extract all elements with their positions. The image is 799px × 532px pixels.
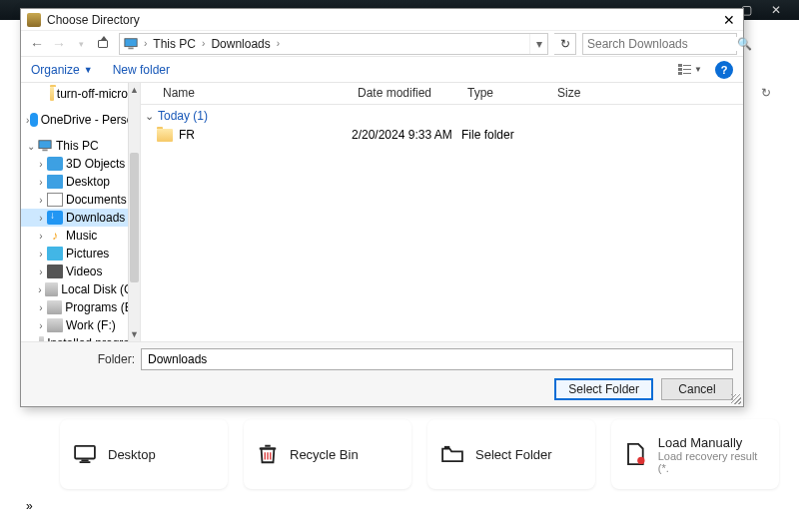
tree-item-label: Downloads: [66, 211, 125, 225]
expand-sidebar-icon[interactable]: »: [26, 499, 33, 513]
svg-rect-10: [683, 65, 691, 66]
column-type[interactable]: Type: [461, 83, 551, 104]
drive-icon: [45, 282, 58, 296]
card-load-manually-sub: Load recovery result (*.: [658, 450, 765, 474]
resize-grip[interactable]: [731, 394, 741, 404]
tree-item-music[interactable]: ›♪Music: [21, 227, 140, 245]
tree-item-downloads[interactable]: ›Downloads: [21, 209, 140, 227]
dialog-title: Choose Directory: [47, 13, 715, 27]
new-folder-button[interactable]: New folder: [113, 63, 170, 77]
column-size[interactable]: Size: [551, 83, 611, 104]
tree-scrollbar[interactable]: ▲ ▼: [128, 83, 140, 341]
chevron-down-icon: ▼: [84, 65, 93, 75]
tree-item-pictures[interactable]: ›Pictures: [21, 245, 140, 263]
svg-rect-12: [683, 73, 691, 74]
desktop-icon: [74, 445, 96, 463]
videos-icon: [47, 265, 63, 278]
card-desktop-label: Desktop: [108, 447, 156, 462]
svg-rect-7: [678, 64, 682, 67]
svg-rect-8: [678, 68, 682, 71]
svg-rect-14: [42, 150, 47, 152]
tree-item-3d-objects[interactable]: ›3D Objects: [21, 155, 140, 173]
chevron-right-icon[interactable]: ›: [200, 38, 207, 49]
tree-item-label: This PC: [56, 139, 99, 153]
tree-item-this-pc[interactable]: ⌄This PC: [21, 137, 140, 155]
scroll-up-button[interactable]: ▲: [129, 83, 140, 97]
group-label: Today (1): [158, 109, 208, 123]
view-options-button[interactable]: ▼: [675, 60, 705, 80]
list-view-icon: [678, 64, 692, 76]
drive-icon: [47, 318, 63, 332]
dialog-close-button[interactable]: ✕: [715, 12, 743, 28]
chevron-right-icon[interactable]: ›: [275, 38, 282, 49]
file-row[interactable]: FR 2/20/2024 9:33 AM File folder: [141, 125, 743, 145]
desktop-icon: [47, 175, 63, 189]
tree-item-label: Work (F:): [66, 318, 116, 332]
nav-recent-dropdown[interactable]: ▾: [71, 34, 91, 54]
card-recycle-label: Recycle Bin: [290, 447, 359, 462]
tree-item-label: 3D Objects: [66, 157, 125, 171]
column-date[interactable]: Date modified: [352, 83, 461, 104]
chevron-right-icon[interactable]: ›: [142, 38, 149, 49]
drive-icon: [39, 336, 44, 341]
drive-icon: [47, 300, 63, 314]
svg-rect-5: [125, 38, 137, 46]
pictures-icon: [47, 247, 63, 261]
card-select-folder-label: Select Folder: [475, 447, 552, 462]
file-list: Name Date modified Type Size ⌄ Today (1)…: [141, 83, 743, 341]
column-name[interactable]: Name: [157, 83, 352, 104]
breadcrumb-this-pc[interactable]: This PC: [149, 37, 200, 51]
dialog-navbar: ← → ▾ › This PC › Downloads › ▾ ↻ 🔍: [21, 31, 743, 57]
file-date: 2/20/2024 9:33 AM: [352, 128, 461, 142]
tree-item-programs-e[interactable]: ›Programs (E:): [21, 298, 140, 316]
breadcrumb-downloads[interactable]: Downloads: [207, 37, 274, 51]
objects-icon: [47, 157, 63, 171]
dialog-app-icon: [27, 13, 41, 27]
search-input[interactable]: [587, 37, 737, 51]
folder-open-icon: [441, 445, 463, 463]
svg-rect-9: [678, 72, 682, 75]
address-history-dropdown[interactable]: ▾: [529, 34, 547, 54]
tree-item-local-disk-c[interactable]: ›Local Disk (C:): [21, 280, 140, 298]
tree-item-label: Music: [66, 229, 97, 243]
organize-menu[interactable]: Organize ▼: [31, 63, 93, 77]
group-today[interactable]: ⌄ Today (1): [141, 105, 743, 125]
app-close-button[interactable]: ✕: [761, 3, 791, 17]
search-box[interactable]: 🔍: [582, 33, 737, 55]
file-list-header: Name Date modified Type Size: [141, 83, 743, 105]
tree-item[interactable]: turn-off-microsc: [21, 85, 140, 103]
card-load-manually-label: Load Manually: [658, 435, 765, 450]
tree-item-label: Pictures: [66, 247, 109, 261]
folder-icon: [157, 129, 173, 142]
select-folder-button[interactable]: Select Folder: [554, 378, 653, 400]
card-desktop[interactable]: Desktop: [60, 419, 228, 489]
card-recycle-bin[interactable]: Recycle Bin: [244, 419, 411, 489]
dialog-titlebar: Choose Directory ✕: [21, 9, 743, 31]
tree-item-desktop[interactable]: ›Desktop: [21, 173, 140, 191]
tree-item-documents[interactable]: ›Documents: [21, 191, 140, 209]
help-button[interactable]: ?: [715, 61, 733, 79]
nav-up-button[interactable]: [93, 34, 113, 54]
cancel-button[interactable]: Cancel: [661, 378, 733, 400]
tree-item-label: Documents: [66, 193, 127, 207]
page-refresh-icon[interactable]: ↻: [761, 86, 771, 100]
svg-rect-0: [75, 446, 95, 459]
tree-item-work-f[interactable]: ›Work (F:): [21, 316, 140, 334]
folder-name-input[interactable]: [141, 348, 733, 370]
address-bar[interactable]: › This PC › Downloads › ▾: [119, 33, 548, 55]
nav-back-button[interactable]: ←: [27, 34, 47, 54]
tree-item-label: OneDrive - Person: [41, 113, 140, 127]
address-refresh-button[interactable]: ↻: [554, 33, 576, 55]
scroll-down-button[interactable]: ▼: [129, 327, 140, 341]
card-select-folder[interactable]: Select Folder: [427, 419, 595, 489]
tree-item-installed-programs[interactable]: ›Installed program: [21, 334, 140, 341]
scroll-thumb[interactable]: [130, 153, 139, 282]
svg-rect-3: [444, 446, 449, 449]
svg-rect-11: [683, 69, 691, 70]
nav-forward-button[interactable]: →: [49, 34, 69, 54]
tree-item-videos[interactable]: ›Videos: [21, 263, 140, 280]
svg-point-4: [637, 457, 644, 464]
svg-rect-13: [39, 141, 51, 149]
card-load-manually[interactable]: Load Manually Load recovery result (*.: [611, 419, 779, 489]
tree-item-onedrive[interactable]: ›OneDrive - Person: [21, 111, 140, 129]
